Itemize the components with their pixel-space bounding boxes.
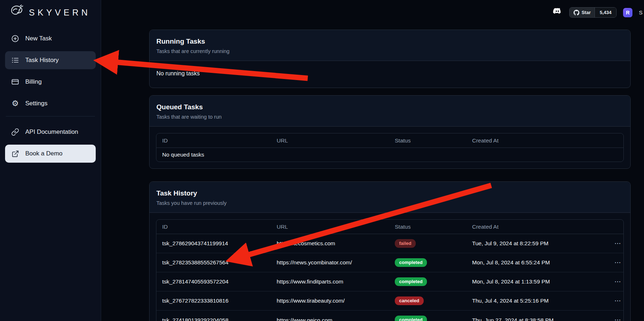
column-header-status: Status — [395, 224, 472, 230]
task-url-cell: https://tecosmetics.com — [277, 240, 395, 247]
sidebar-item-task-history[interactable]: Task History — [5, 51, 96, 69]
sidebar: SKYVERN New Task Task History Billing ⚙ … — [0, 0, 101, 321]
task-id-cell: tsk_278629043741199914 — [156, 240, 277, 247]
sidebar-item-label: API Documentation — [25, 128, 78, 136]
card-subtitle: Tasks that are currently running — [156, 48, 623, 54]
task-id-cell: tsk_278147405593572204 — [156, 278, 277, 285]
brand-logo: SKYVERN — [0, 0, 101, 25]
row-actions-button[interactable]: ⋯ — [614, 278, 621, 285]
running-tasks-header: Running Tasks Tasks that are currently r… — [150, 30, 630, 61]
task-id-cell: tsk_278235388555267564 — [156, 259, 277, 266]
main-content: Running Tasks Tasks that are currently r… — [101, 0, 644, 321]
column-header-url: URL — [277, 137, 395, 144]
gear-icon: ⚙ — [11, 99, 20, 108]
sidebar-item-billing[interactable]: Billing — [5, 73, 96, 91]
card-title: Queued Tasks — [156, 103, 623, 111]
status-badge: canceled — [395, 296, 424, 305]
sidebar-item-new-task[interactable]: New Task — [5, 30, 96, 48]
status-badge: completed — [395, 277, 427, 286]
table-row[interactable]: tsk_274180139292204058 https://www.geico… — [156, 311, 623, 321]
column-header-id: ID — [156, 224, 277, 230]
table-header-row: ID URL Status Created At — [156, 220, 623, 234]
table-row[interactable]: tsk_278629043741199914 https://tecosmeti… — [156, 234, 623, 253]
queued-tasks-empty-text: No queued tasks — [156, 148, 623, 162]
queued-tasks-header: Queued Tasks Tasks that are waiting to r… — [150, 96, 630, 127]
card-title: Task History — [156, 189, 623, 197]
task-url-cell: https://www.geico.com — [277, 317, 395, 321]
column-header-created-at: Created At — [472, 137, 614, 144]
task-id-cell: tsk_274180139292204058 — [156, 317, 277, 321]
sidebar-item-label: Task History — [25, 57, 59, 64]
card-subtitle: Tasks you have run previously — [156, 200, 623, 206]
column-header-created-at: Created At — [472, 224, 614, 230]
table-row[interactable]: tsk_278235388555267564 https://news.ycom… — [156, 253, 623, 272]
row-actions-button[interactable]: ⋯ — [614, 259, 621, 266]
task-created-cell: Thu, Jun 27, 2024 at 8:38:58 PM — [472, 317, 614, 321]
card-subtitle: Tasks that are waiting to run — [156, 114, 623, 120]
table-row[interactable]: tsk_278147405593572204 https://www.findi… — [156, 272, 623, 291]
task-created-cell: Mon, Jul 8, 2024 at 6:55:24 PM — [472, 259, 614, 266]
queued-tasks-card: Queued Tasks Tasks that are waiting to r… — [149, 95, 631, 169]
column-header-status: Status — [395, 137, 472, 144]
column-header-id: ID — [156, 137, 277, 144]
running-tasks-empty-text: No running tasks — [156, 67, 624, 81]
card-title: Running Tasks — [156, 38, 623, 45]
status-badge: completed — [395, 316, 427, 321]
sidebar-item-label: Settings — [25, 100, 47, 107]
list-icon — [11, 56, 20, 65]
task-created-cell: Mon, Jul 8, 2024 at 1:13:59 PM — [472, 278, 614, 285]
task-url-cell: https://www.finditparts.com — [277, 278, 395, 285]
credit-card-icon — [11, 78, 20, 86]
column-header-url: URL — [277, 224, 395, 230]
task-history-card: Task History Tasks you have run previous… — [149, 181, 631, 321]
task-created-cell: Tue, Jul 9, 2024 at 8:22:59 PM — [472, 240, 614, 247]
row-actions-button[interactable]: ⋯ — [614, 317, 621, 321]
task-history-table: ID URL Status Created At tsk_27862904374… — [156, 219, 624, 321]
status-badge: failed — [395, 239, 416, 248]
history-table-body: tsk_278629043741199914 https://tecosmeti… — [156, 234, 623, 321]
external-link-icon — [11, 149, 20, 158]
brand-name: SKYVERN — [29, 8, 91, 18]
table-row[interactable]: tsk_276727822333810816 https://www.tirab… — [156, 291, 623, 311]
primary-nav: New Task Task History Billing ⚙ Settings… — [0, 25, 101, 166]
sidebar-item-label: New Task — [25, 35, 52, 42]
skyvern-dragon-icon — [9, 4, 25, 22]
row-actions-button[interactable]: ⋯ — [614, 240, 621, 247]
link-icon — [11, 128, 20, 136]
sidebar-divider — [6, 116, 95, 116]
sidebar-item-book-a-demo[interactable]: Book a Demo — [5, 145, 96, 163]
running-tasks-card: Running Tasks Tasks that are currently r… — [149, 30, 631, 88]
task-history-header: Task History Tasks you have run previous… — [150, 182, 630, 213]
row-actions-button[interactable]: ⋯ — [614, 298, 621, 304]
sidebar-item-settings[interactable]: ⚙ Settings — [5, 94, 96, 113]
task-url-cell: https://news.ycombinator.com/ — [277, 259, 395, 266]
sidebar-item-label: Billing — [25, 78, 42, 85]
task-url-cell: https://www.tirabeauty.com/ — [277, 298, 395, 304]
task-id-cell: tsk_276727822333810816 — [156, 298, 277, 304]
plus-circle-icon — [11, 34, 20, 43]
table-header-row: ID URL Status Created At — [156, 133, 623, 148]
sidebar-item-label: Book a Demo — [25, 150, 62, 157]
status-badge: completed — [395, 258, 427, 267]
queued-tasks-table: ID URL Status Created At No queued tasks — [156, 133, 624, 162]
sidebar-item-api-documentation[interactable]: API Documentation — [5, 123, 96, 141]
task-created-cell: Thu, Jul 4, 2024 at 5:25:16 PM — [472, 298, 614, 304]
